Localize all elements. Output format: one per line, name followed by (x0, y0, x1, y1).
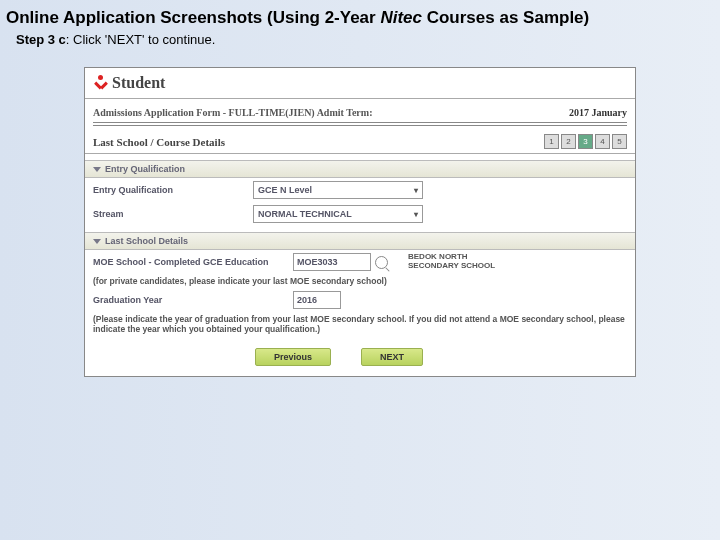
step-desc: : Click 'NEXT' to continue. (66, 32, 215, 47)
title-italic: Nitec (380, 8, 422, 27)
stream-label: Stream (93, 209, 253, 219)
step-1[interactable]: 1 (544, 134, 559, 149)
field-stream: Stream NORMAL TECHNICAL ▾ (85, 202, 635, 226)
app-logo: Student (85, 68, 635, 96)
entry-qual-label: Entry Qualification (93, 185, 253, 195)
grad-value: 2016 (297, 295, 317, 305)
moe-label: MOE School - Completed GCE Education (93, 257, 293, 267)
logo-text: Student (112, 74, 165, 92)
app-screenshot: Student Admissions Application Form - FU… (84, 67, 636, 377)
step-instruction: Step 3 c: Click 'NEXT' to continue. (0, 30, 720, 55)
title-post: Courses as Sample) (422, 8, 589, 27)
button-row: Previous NEXT (85, 336, 635, 376)
band-label: Entry Qualification (105, 164, 185, 174)
band-last-school[interactable]: Last School Details (85, 232, 635, 250)
previous-button[interactable]: Previous (255, 348, 331, 366)
chevron-down-icon: ▾ (414, 210, 418, 219)
divider (85, 153, 635, 154)
form-header: Admissions Application Form - FULL-TIME(… (85, 105, 635, 120)
collapse-icon (93, 239, 101, 244)
stream-value: NORMAL TECHNICAL (258, 209, 352, 219)
next-button[interactable]: NEXT (361, 348, 423, 366)
admit-term: 2017 January (569, 107, 627, 118)
graduation-year-input[interactable]: 2016 (293, 291, 341, 309)
note-graduation: (Please indicate the year of graduation … (85, 312, 635, 336)
band-label: Last School Details (105, 236, 188, 246)
step-4[interactable]: 4 (595, 134, 610, 149)
chevron-down-icon: ▾ (414, 186, 418, 195)
title-pre: Online Application Screenshots (Using 2-… (6, 8, 380, 27)
section-title: Last School / Course Details (93, 136, 225, 148)
moe-school-input[interactable]: MOE3033 (293, 253, 371, 271)
step-3[interactable]: 3 (578, 134, 593, 149)
slide-title: Online Application Screenshots (Using 2-… (0, 0, 720, 30)
band-entry-qualification[interactable]: Entry Qualification (85, 160, 635, 178)
step-2[interactable]: 2 (561, 134, 576, 149)
step-label: Step 3 c (16, 32, 66, 47)
progress-stepper: 1 2 3 4 5 (544, 134, 627, 149)
field-graduation-year: Graduation Year 2016 (85, 288, 635, 312)
field-moe-school: MOE School - Completed GCE Education MOE… (85, 250, 635, 274)
collapse-icon (93, 167, 101, 172)
search-icon[interactable] (375, 256, 388, 269)
logo-icon (93, 75, 109, 91)
entry-qual-select[interactable]: GCE N Level ▾ (253, 181, 423, 199)
entry-qual-value: GCE N Level (258, 185, 312, 195)
school-name: BEDOK NORTH SECONDARY SCHOOL (408, 253, 518, 271)
stream-select[interactable]: NORMAL TECHNICAL ▾ (253, 205, 423, 223)
divider (85, 98, 635, 99)
divider (93, 122, 627, 126)
step-5[interactable]: 5 (612, 134, 627, 149)
section-row: Last School / Course Details 1 2 3 4 5 (85, 132, 635, 151)
form-header-title: Admissions Application Form - FULL-TIME(… (93, 107, 563, 118)
moe-value: MOE3033 (297, 257, 338, 267)
note-private-candidates: (for private candidates, please indicate… (85, 274, 635, 288)
field-entry-qualification: Entry Qualification GCE N Level ▾ (85, 178, 635, 202)
grad-label: Graduation Year (93, 295, 293, 305)
